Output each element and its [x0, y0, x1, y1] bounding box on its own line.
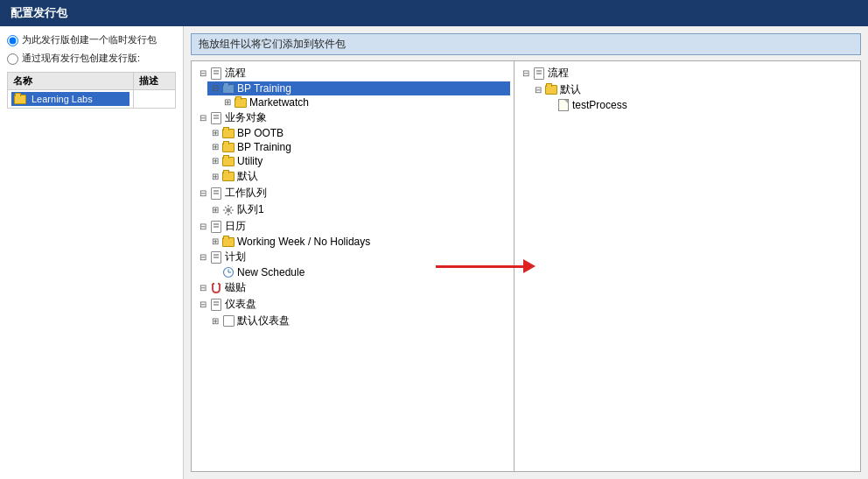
radio-item-1[interactable]: 为此发行版创建一个临时发行包: [7, 33, 176, 46]
gear-icon-queue1: [221, 204, 235, 216]
tree-row-cite[interactable]: ⊟ 磁贴: [195, 279, 510, 296]
children-liucheng: ⊟ BP Training ⊞ Marketwatch: [207, 81, 510, 109]
left-tree-panel[interactable]: ⊟ 流程 ⊟ BP Training: [191, 60, 514, 472]
tree-row-default-yewu[interactable]: ⊞ 默认: [207, 168, 510, 185]
title-label: 配置发行包: [10, 5, 67, 21]
drop-label: 拖放组件以将它们添加到软件包: [191, 33, 861, 55]
tree-row-liucheng[interactable]: ⊟ 流程: [195, 65, 510, 81]
folder-icon-default-yewu: [221, 171, 235, 183]
tree-row-right-liucheng[interactable]: ⊟ 流程: [518, 65, 857, 81]
label-right-default: 默认: [560, 82, 581, 97]
sidebar: 为此发行版创建一个临时发行包 通过现有发行包创建发行版: 名称 描述: [0, 26, 184, 479]
tree-node-cite: ⊟ 磁贴: [195, 279, 510, 296]
content-area: 拖放组件以将它们添加到软件包 ⊟ 流程 ⊟: [184, 26, 868, 479]
radio-item-2[interactable]: 通过现有发行包创建发行版:: [7, 52, 176, 65]
children-right-default: testProcess: [542, 98, 857, 112]
label-queue1: 队列1: [237, 202, 264, 217]
tree-row-yewu[interactable]: ⊟ 业务对象: [195, 109, 510, 126]
expand-bptraining2[interactable]: ⊞: [209, 141, 221, 153]
tree-row-newschedule[interactable]: New Schedule: [207, 265, 510, 279]
label-bptraining: BP Training: [237, 82, 291, 95]
tree-row-queue1[interactable]: ⊞ 队列1: [207, 201, 510, 218]
children-right-liucheng: ⊟ 默认 testProcess: [530, 81, 857, 112]
label-default-yewu: 默认: [237, 169, 258, 184]
expand-testprocess[interactable]: [544, 99, 556, 111]
expand-defaultdash[interactable]: ⊞: [209, 315, 221, 328]
right-tree-panel[interactable]: ⊟ 流程 ⊟ 默认: [514, 60, 861, 472]
tree-row-rili[interactable]: ⊟ 日历: [195, 218, 510, 235]
tree-row-gongzuo[interactable]: ⊟ 工作队列: [195, 185, 510, 201]
label-jihua: 计划: [225, 250, 246, 264]
tree-row-bptraining[interactable]: ⊟ BP Training: [207, 81, 510, 95]
radio-1[interactable]: [7, 35, 18, 46]
tree-node-liucheng: ⊟ 流程 ⊟ BP Training: [195, 65, 510, 109]
expand-cite[interactable]: ⊟: [197, 282, 209, 294]
radio-2[interactable]: [7, 53, 18, 65]
label-liucheng: 流程: [225, 66, 246, 81]
folder-icon-bpootb: [221, 127, 235, 139]
col-desc: 描述: [133, 73, 175, 90]
expand-rili[interactable]: ⊟: [197, 221, 209, 233]
sidebar-table: 名称 描述 Learning Labs: [7, 72, 176, 109]
expand-queue1[interactable]: ⊞: [209, 204, 221, 216]
tree-node-right-default: ⊟ 默认 testProcess: [530, 81, 857, 112]
folder-icon-workingweek: [221, 236, 235, 248]
tree-row-marketwatch[interactable]: ⊞ Marketwatch: [220, 95, 510, 109]
tree-node-rili: ⊟ 日历 ⊞ Working Week / No Holidays: [195, 218, 510, 249]
tree-node-bptraining: ⊟ BP Training ⊞ Marketwatch: [207, 81, 510, 109]
tree-row-right-default[interactable]: ⊟ 默认: [530, 81, 857, 98]
expand-right-liucheng[interactable]: ⊟: [520, 67, 532, 80]
label-workingweek: Working Week / No Holidays: [237, 236, 370, 248]
tree-node-jihua: ⊟ 计划 New Schedule: [195, 249, 510, 279]
tree-row-jihua[interactable]: ⊟ 计划: [195, 249, 510, 265]
label-yibiaopan: 仪表盘: [225, 297, 256, 312]
tree-node-right-liucheng: ⊟ 流程 ⊟ 默认: [518, 65, 857, 112]
page-icon-testprocess: [556, 99, 570, 111]
folder-icon-right-default: [544, 84, 558, 96]
label-newschedule: New Schedule: [237, 266, 304, 278]
expand-gongzuo[interactable]: ⊟: [197, 187, 209, 200]
expand-jihua[interactable]: ⊟: [197, 251, 209, 264]
doc-icon-yewu: [209, 112, 223, 124]
expand-liucheng[interactable]: ⊟: [197, 67, 209, 80]
expand-workingweek[interactable]: ⊞: [209, 236, 221, 248]
expand-yewu[interactable]: ⊟: [197, 112, 209, 124]
expand-bptraining[interactable]: ⊟: [209, 82, 221, 95]
tree-row-utility[interactable]: ⊞ Utility: [207, 154, 510, 168]
expand-marketwatch[interactable]: ⊞: [221, 96, 234, 109]
label-utility: Utility: [237, 155, 262, 167]
label-defaultdash: 默认仪表盘: [237, 313, 290, 328]
tree-row-bpootb[interactable]: ⊞ BP OOTB: [207, 126, 510, 140]
tree-row-yibiaopan[interactable]: ⊟ 仪表盘: [195, 296, 510, 313]
tree-row-testprocess[interactable]: testProcess: [542, 98, 857, 112]
children-yibiaopan: ⊞ 默认仪表盘: [207, 313, 510, 329]
table-row[interactable]: Learning Labs: [8, 90, 176, 109]
children-yewu: ⊞ BP OOTB ⊞ BP Training ⊞ Utility: [207, 126, 510, 185]
expand-default-yewu[interactable]: ⊞: [209, 171, 221, 183]
label-testprocess: testProcess: [572, 99, 627, 111]
children-jihua: New Schedule: [207, 265, 510, 279]
title-bar: 配置发行包: [0, 0, 868, 26]
main-container: 为此发行版创建一个临时发行包 通过现有发行包创建发行版: 名称 描述: [0, 26, 868, 479]
tree-row-defaultdash[interactable]: ⊞ 默认仪表盘: [207, 313, 510, 329]
expand-yibiaopan[interactable]: ⊟: [197, 299, 209, 311]
sidebar-tree-item[interactable]: Learning Labs: [11, 92, 130, 106]
doc-icon-jihua: [209, 251, 223, 264]
expand-utility[interactable]: ⊞: [209, 155, 221, 167]
doc-icon-gongzuo: [209, 187, 223, 200]
folder-icon-utility: [221, 155, 235, 167]
tree-node-gongzuo: ⊟ 工作队列 ⊞ 队列1: [195, 185, 510, 218]
folder-icon: [13, 93, 27, 105]
tree-row-workingweek[interactable]: ⊞ Working Week / No Holidays: [207, 235, 510, 249]
doc-icon-liucheng: [209, 67, 223, 80]
children-bptraining: ⊞ Marketwatch: [220, 95, 510, 109]
expand-newschedule[interactable]: [209, 266, 221, 278]
expand-bpootb[interactable]: ⊞: [209, 127, 221, 139]
label-right-liucheng: 流程: [548, 66, 569, 81]
label-marketwatch: Marketwatch: [249, 96, 309, 109]
tree-row-bptraining2[interactable]: ⊞ BP Training: [207, 140, 510, 154]
radio-label-1: 为此发行版创建一个临时发行包: [22, 33, 157, 46]
radio-label-2: 通过现有发行包创建发行版:: [22, 52, 140, 64]
expand-right-default[interactable]: ⊟: [532, 84, 544, 96]
col-name: 名称: [8, 73, 134, 90]
